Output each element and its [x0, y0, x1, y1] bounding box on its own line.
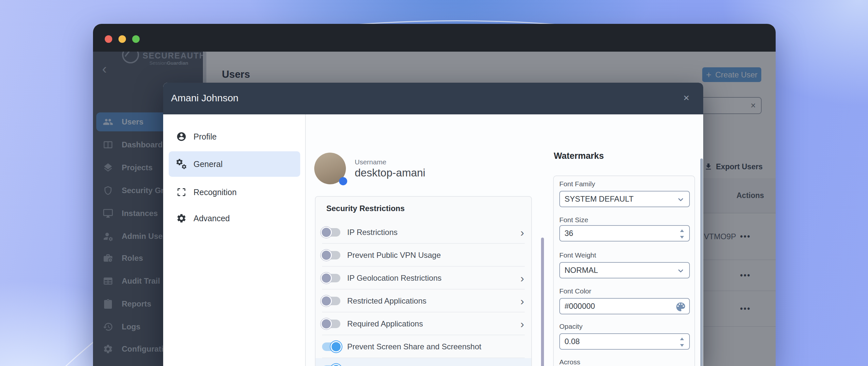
ip-restrictions-toggle[interactable] — [322, 228, 340, 237]
chevron-right-icon[interactable]: › — [521, 227, 524, 238]
username-label: Username — [355, 158, 386, 166]
status-badge — [339, 177, 347, 185]
chevron-right-icon[interactable]: › — [521, 273, 524, 284]
scan-frame-icon — [176, 187, 187, 197]
stepper-arrows-icon[interactable] — [678, 227, 686, 241]
stepper-arrows-icon[interactable] — [678, 335, 686, 349]
watermarks-card: Font Family Font Size Font Weight — [553, 175, 695, 366]
modal-scrollbar[interactable] — [700, 159, 703, 366]
restriction-row-restricted-apps: Restricted Applications › — [315, 289, 531, 312]
window-titlebar[interactable] — [93, 24, 776, 52]
chevron-right-icon[interactable]: › — [521, 318, 524, 329]
restricted-applications-toggle[interactable] — [322, 297, 340, 306]
ip-geolocation-toggle[interactable] — [322, 274, 340, 283]
gears-icon — [176, 159, 187, 169]
app-window: ‹ SECUREAUTH SessionGuardian Users Dashb… — [93, 24, 776, 366]
font-family-select[interactable] — [559, 191, 690, 207]
security-restrictions-heading: Security Restrictions — [326, 204, 405, 213]
user-detail-modal: Amani Johnson × Profile General Recogni — [163, 83, 703, 366]
chevron-right-icon[interactable]: › — [521, 295, 524, 307]
restriction-row-geolocation: IP Geolocation Restrictions › — [315, 266, 531, 289]
zoom-window-button[interactable] — [132, 35, 140, 43]
palette-icon[interactable] — [675, 301, 687, 313]
modal-body: Profile General Recognition Advanced — [163, 114, 703, 366]
chevron-down-icon — [677, 267, 685, 275]
prevent-screen-share-toggle[interactable] — [322, 342, 340, 351]
minimize-window-button[interactable] — [119, 35, 126, 43]
restriction-row-required-apps: Required Applications › — [315, 312, 531, 335]
watermarks-heading: Watermarks — [554, 151, 604, 161]
restriction-row-screen-share: Prevent Screen Share and Screenshot — [315, 335, 531, 358]
tab-recognition[interactable]: Recognition — [169, 182, 300, 203]
font-weight-select[interactable] — [559, 262, 690, 278]
font-family-value[interactable] — [564, 194, 669, 204]
required-applications-toggle[interactable] — [322, 319, 340, 329]
chevron-down-icon — [677, 196, 685, 204]
opacity-value[interactable] — [564, 337, 669, 346]
restriction-row-watermarks: Watermarks ‹ — [315, 358, 531, 366]
font-size-value[interactable] — [564, 229, 669, 238]
security-restrictions-card: Security Restrictions IP Restrictions › … — [315, 196, 532, 366]
modal-header: Amani Johnson × — [163, 83, 703, 114]
watermarks-toggle[interactable] — [322, 365, 340, 366]
restriction-row-vpn: Prevent Public VPN Usage — [315, 244, 531, 266]
modal-tab-list: Profile General Recognition Advanced — [163, 114, 305, 366]
modal-divider — [305, 114, 306, 366]
tab-advanced[interactable]: Advanced — [169, 208, 300, 229]
chevron-left-icon[interactable]: ‹ — [521, 364, 524, 366]
close-icon[interactable]: × — [683, 92, 689, 103]
opacity-stepper[interactable] — [559, 333, 690, 350]
desktop-background: ‹ SECUREAUTH SessionGuardian Users Dashb… — [0, 0, 868, 366]
font-size-stepper[interactable] — [559, 225, 690, 242]
username-value: desktop-amani — [355, 167, 425, 179]
restrictions-scrollbar[interactable] — [541, 237, 544, 366]
decorative-arc-bottom — [0, 314, 93, 366]
close-window-button[interactable] — [105, 35, 112, 43]
prevent-vpn-toggle[interactable] — [322, 251, 340, 260]
restriction-row-ip-restrictions: IP Restrictions › — [315, 221, 531, 244]
profile-icon — [176, 131, 187, 142]
gear-icon — [176, 213, 187, 224]
font-color-input[interactable] — [559, 298, 690, 314]
modal-title: Amani Johnson — [171, 92, 239, 104]
font-color-value[interactable] — [564, 302, 669, 311]
decorative-arc-top — [0, 0, 868, 24]
tab-profile[interactable]: Profile — [169, 126, 300, 147]
font-weight-value[interactable] — [564, 266, 669, 275]
tab-general[interactable]: General — [169, 151, 300, 177]
